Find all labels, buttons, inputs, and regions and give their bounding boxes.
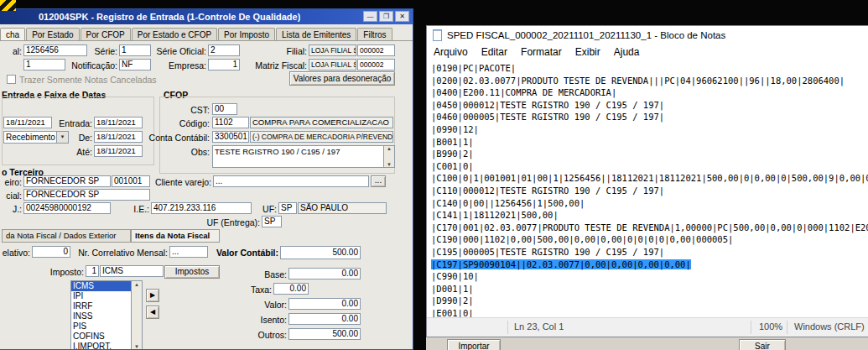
ie-field[interactable]: 407.219.233.116 <box>151 202 252 214</box>
obs-scrollbar[interactable]: ▲▼ <box>383 146 394 167</box>
notificacao-label: Notificação: <box>67 60 117 71</box>
notepad-line-10: |C100|0|1|001001|01|00|1|1256456||181120… <box>431 172 868 185</box>
move-right-button[interactable]: ▶ <box>146 289 159 302</box>
notepad-line-5: |0460|000005|TESTE RGISTRO 190 / C195 / … <box>431 111 868 123</box>
imposto-item-irrf[interactable]: IRRF <box>71 301 132 311</box>
imposto-item-i-import[interactable]: I.IMPORT. <box>71 342 132 350</box>
cnpj-field[interactable]: 00245980000192 <box>23 202 111 214</box>
imposto-item-cofins[interactable]: COFINS <box>71 332 132 342</box>
imposto-item-pis[interactable]: PIS <box>71 321 132 332</box>
impostos-listbox[interactable]: ICMSIPIIRRFINSSPISCOFINSI.IMPORT. ▲▼ <box>70 280 143 350</box>
close-button[interactable]: ✕ <box>395 11 409 22</box>
cst-label: CST: <box>181 105 210 116</box>
filial-field: LOJA FILIAL SP <box>309 44 356 56</box>
uf-field[interactable]: SP <box>278 202 297 214</box>
chevron-down-icon: ▼ <box>56 132 68 143</box>
notepad-window: SPED FISCAL_000002_20211101_20211130_1 -… <box>426 25 868 337</box>
correlativo-field[interactable]: 0 <box>32 246 70 258</box>
subtab-itens-da-nota-fiscal[interactable]: Itens da Nota Fiscal <box>131 229 220 243</box>
tipo-data-dropdown[interactable]: Recebimento ▼ <box>3 131 69 144</box>
menu-editar[interactable]: Editar <box>475 44 514 60</box>
cst-field[interactable]: 00 <box>212 103 237 115</box>
entrada-date-field[interactable]: 18/11/2021 <box>94 117 143 128</box>
importar-button[interactable]: Importar <box>447 339 501 350</box>
notepad-line-13: |C141|1|18112021|500,00| <box>431 209 868 222</box>
fornecedor-field[interactable]: FORNECEDOR SP <box>23 175 111 187</box>
serie-field[interactable]: 1 <box>119 44 151 56</box>
imposto-item-icms[interactable]: ICMS <box>71 281 132 291</box>
cliente-browse-button[interactable]: ... <box>371 175 386 187</box>
uf-entrega-field[interactable]: SP <box>262 216 282 227</box>
notepad-titlebar[interactable]: SPED FISCAL_000002_20211101_20211130_1 -… <box>427 26 868 44</box>
menu-arquivo[interactable]: Arquivo <box>427 44 475 60</box>
taxa-field[interactable]: 0.00 <box>273 283 309 295</box>
de-date-field[interactable]: 18/11/2021 <box>94 131 143 143</box>
empresa-field[interactable]: 1 <box>208 59 240 71</box>
razao-social-field[interactable]: FORNECEDOR SP <box>23 189 150 201</box>
notepad-line-9: |C001|0| <box>431 160 868 173</box>
erp-tab-cha[interactable]: cha <box>0 28 25 41</box>
menu-exibir[interactable]: Exibir <box>569 44 607 60</box>
matriz-fiscal-label: Matriz Fiscal: <box>250 60 307 71</box>
correlativo-mensal-label: Nr. Correlativo Mensal: <box>75 248 168 259</box>
imposto-item-inss[interactable]: INSS <box>71 311 132 321</box>
tipo-field[interactable]: 1 <box>23 59 65 71</box>
valores-desoneracao-button[interactable]: Valores para desoneração <box>289 71 395 86</box>
base-field[interactable]: 0.00 <box>288 268 361 279</box>
minimize-button[interactable]: — <box>363 11 377 22</box>
imposto-item-ipi[interactable]: IPI <box>71 291 132 301</box>
scroll-down-icon: ▼ <box>132 344 142 349</box>
maximize-button[interactable]: ❐ <box>379 11 393 22</box>
erp-tab-por-estado-e-cfop[interactable]: Por Estado e CFOP <box>132 28 217 41</box>
notepad-title: SPED FISCAL_000002_20211101_20211130_1 -… <box>447 30 725 40</box>
filial-label: Filial: <box>275 46 307 57</box>
conta-contabil-field[interactable]: 3300501 <box>212 131 249 143</box>
notepad-menubar: ArquivoEditarFormatarExibirAjuda <box>427 44 868 60</box>
entrada-label: Entrada: <box>55 118 92 129</box>
erp-tab-lista-de-emitentes[interactable]: Lista de Emitentes <box>276 28 356 41</box>
nf-number-field[interactable]: 1256456 <box>23 44 87 56</box>
valor-contabil-field[interactable]: 500.00 <box>280 246 361 259</box>
window-controls: — ❐ ✕ <box>363 11 409 22</box>
erp-titlebar[interactable]: 012004SPK - Registro de Entrada (1-Contr… <box>0 9 413 24</box>
erp-tab-filtros[interactable]: Filtros <box>357 28 392 41</box>
import-dialog-strip: Importar Sair <box>426 337 868 350</box>
notepad-line-3: |0400|E200.11|COMPRA DE MERCADORIA| <box>431 86 868 99</box>
emissao-date-field[interactable]: 18/11/2021 <box>3 117 52 128</box>
obs-textarea[interactable]: TESTE RGISTRO 190 / C195 / 197 ▲▼ <box>212 145 395 168</box>
cnpj-label: J.: <box>0 204 22 215</box>
codigo-field[interactable]: 1102 <box>212 117 249 128</box>
subtab-da-nota-fiscal-dados-exterior[interactable]: da Nota Fiscal / Dados Exterior <box>2 229 131 243</box>
imposto-num-field[interactable]: 1 <box>86 265 99 277</box>
menu-formatar[interactable]: Formatar <box>514 44 569 60</box>
move-left-button[interactable]: ◀ <box>146 306 159 319</box>
erp-tab-por-imposto[interactable]: Por Imposto <box>218 28 275 41</box>
conta-desc-field: (-) COMPRA DE MERCADORIA P/REVENDA <box>250 131 393 143</box>
scroll-up-icon: ▲ <box>132 282 142 287</box>
de-label: De: <box>72 133 92 144</box>
valor-field[interactable]: 0.00 <box>288 298 361 310</box>
notepad-text-area[interactable]: |0190|PC|PACOTE||0200|02.03.0077|PRODUTO… <box>427 60 868 318</box>
notificacao-field[interactable]: NF <box>119 59 151 71</box>
erp-tab-por-cfop[interactable]: Por CFOP <box>81 28 131 41</box>
erp-tab-por-estado[interactable]: Por Estado <box>26 28 79 41</box>
cliente-varejo-field[interactable]: ... <box>213 175 369 187</box>
correlativo-mensal-field[interactable]: ... <box>169 246 208 258</box>
notepad-line-highlighted: |C197|SP90090104||02.03.0077|0,00|0,00|0… <box>431 259 868 271</box>
serie-oficial-field[interactable]: 2 <box>208 44 240 56</box>
uf-entrega-label: UF (Entrega): <box>201 217 260 228</box>
impostos-list: ICMSIPIIRRFINSSPISCOFINSI.IMPORT. <box>71 281 132 350</box>
imposto-field[interactable]: ICMS <box>100 265 164 277</box>
conta-contabil-label: Conta Contábil: <box>148 133 210 144</box>
fornecedor-code-field[interactable]: 001001 <box>112 175 150 187</box>
somente-canceladas-checkbox[interactable] <box>7 75 16 84</box>
outros-field[interactable]: 500.00 <box>288 328 361 340</box>
sair-button[interactable]: Sair <box>739 339 786 350</box>
isento-field[interactable]: 0.00 <box>288 313 361 325</box>
menu-ajuda[interactable]: Ajuda <box>607 44 647 60</box>
codigo-desc-field: COMPRA PARA COMERCIALIZACAO <box>250 117 393 128</box>
impostos-button[interactable]: Impostos <box>164 265 220 279</box>
base-label: Base: <box>252 269 287 280</box>
ate-date-field[interactable]: 18/11/2021 <box>94 145 143 157</box>
impostos-scrollbar[interactable]: ▲▼ <box>131 281 142 350</box>
